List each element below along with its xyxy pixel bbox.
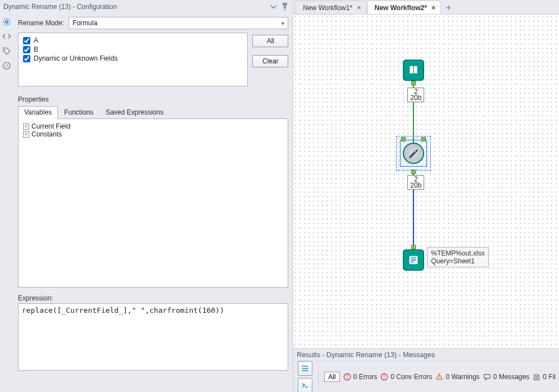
status-label: 0 Conv Errors: [390, 373, 432, 381]
rename-mode-value: Formula: [72, 19, 97, 27]
svg-text:?: ?: [6, 63, 8, 69]
output-tool[interactable]: [403, 249, 424, 271]
rename-mode-label: Rename Mode:: [18, 19, 64, 27]
status-label: 0 Errors: [353, 373, 378, 381]
properties-tabs: Variables Functions Saved Expressions: [18, 106, 288, 119]
expand-icon[interactable]: +: [23, 131, 29, 138]
checkbox-input[interactable]: [23, 46, 30, 53]
status-label: 0 Fil: [543, 373, 556, 381]
expand-icon[interactable]: +: [23, 124, 29, 130]
svg-rect-11: [534, 375, 539, 380]
close-icon[interactable]: ×: [431, 3, 436, 12]
tool-tooltip: %TEMP%out.xlsx Query=Sheet1: [427, 247, 488, 267]
message-icon: [483, 373, 491, 381]
file-icon: [533, 373, 540, 381]
side-icon-strip: ?: [0, 13, 13, 392]
svg-rect-10: [484, 374, 490, 378]
config-panel: Dynamic Rename (13) - Configuration: [0, 0, 293, 392]
help-icon[interactable]: ?: [2, 61, 12, 71]
svg-text:!: !: [346, 373, 348, 380]
filter-messages[interactable]: 0 Messages: [483, 373, 530, 381]
tab-functions[interactable]: Functions: [58, 106, 99, 119]
rename-mode-select[interactable]: Formula ▾: [69, 17, 288, 29]
document-tabs: New Workflow1* × New Workflow2* × +: [293, 0, 559, 15]
workflow-canvas[interactable]: 2 20b 2 20b %TEMP%out.xlsx Q: [293, 15, 559, 348]
svg-point-1: [4, 49, 6, 50]
clear-button[interactable]: Clear: [252, 55, 288, 67]
conv-error-icon: !: [380, 373, 388, 381]
input-anchor-r[interactable]: [421, 137, 426, 142]
all-button[interactable]: All: [252, 35, 288, 47]
pin-icon[interactable]: [280, 2, 289, 11]
counter-bytes: 20b: [410, 183, 421, 189]
field-checkbox[interactable]: Dynamic or Unknown Fields: [23, 54, 243, 62]
workspace-panel: New Workflow1* × New Workflow2* × + 2 20…: [293, 0, 559, 392]
input-tool[interactable]: [403, 60, 424, 81]
results-bar: All ! 0 Errors ! 0 Conv Errors ! 0 Warni…: [293, 361, 559, 392]
svg-point-0: [6, 21, 8, 23]
workflow-tab[interactable]: New Workflow2* ×: [367, 1, 441, 14]
variables-tree[interactable]: + Current Field + Constants: [18, 119, 288, 288]
gear-icon[interactable]: [2, 17, 12, 27]
field-checkbox[interactable]: A: [23, 37, 243, 44]
results-title: Results - Dynamic Rename (13) - Messages: [293, 348, 559, 361]
tooltip-line: Query=Sheet1: [431, 257, 484, 265]
error-icon: !: [343, 373, 351, 381]
svg-text:!: !: [439, 373, 440, 380]
properties-label: Properties: [18, 95, 288, 103]
results-cmd-icon[interactable]: [298, 378, 312, 393]
tab-label: New Workflow2*: [375, 4, 427, 12]
output-anchor[interactable]: [411, 170, 416, 174]
tab-label: New Workflow1*: [303, 4, 352, 12]
panel-title: Dynamic Rename (13) - Configuration: [3, 3, 117, 11]
svg-text:!: !: [384, 373, 385, 380]
expression-input[interactable]: replace([_CurrentField_]," ",charfromint…: [18, 303, 288, 371]
checkbox-input[interactable]: [23, 37, 30, 44]
filter-all[interactable]: All: [324, 372, 339, 382]
tree-item[interactable]: + Current Field: [23, 122, 283, 130]
results-view-icon[interactable]: [298, 361, 312, 376]
tab-saved-expressions[interactable]: Saved Expressions: [99, 106, 170, 119]
tree-item-label: Constants: [31, 130, 62, 138]
svg-point-12: [536, 376, 538, 379]
panel-titlebar: Dynamic Rename (13) - Configuration: [0, 0, 293, 13]
add-tab-button[interactable]: +: [442, 2, 455, 14]
tag-icon[interactable]: [2, 46, 12, 56]
status-label: 0 Messages: [493, 373, 530, 381]
chevron-down-icon: ▾: [281, 20, 284, 26]
tooltip-line: %TEMP%out.xlsx: [431, 249, 484, 257]
field-label: Dynamic or Unknown Fields: [34, 54, 117, 62]
counter-bytes: 20b: [410, 95, 421, 101]
field-checkbox[interactable]: B: [23, 45, 243, 53]
status-label: 0 Warnings: [446, 373, 479, 381]
tab-variables[interactable]: Variables: [18, 106, 58, 119]
field-label: A: [34, 37, 38, 44]
fields-listbox[interactable]: A B Dynamic or Unknown Fields: [18, 33, 248, 86]
input-anchor-l[interactable]: [401, 137, 406, 142]
tree-item-label: Current Field: [31, 122, 70, 130]
record-counter: 2 20b: [407, 175, 424, 190]
workflow-tab[interactable]: New Workflow1* ×: [296, 1, 366, 14]
warning-icon: !: [435, 373, 443, 381]
field-label: B: [34, 45, 38, 53]
input-anchor[interactable]: [411, 245, 416, 249]
expression-label: Expression:: [18, 294, 288, 302]
output-anchor[interactable]: [411, 81, 416, 85]
tree-item[interactable]: + Constants: [23, 130, 283, 138]
filter-warnings[interactable]: ! 0 Warnings: [435, 373, 479, 381]
collapse-icon[interactable]: [269, 2, 278, 11]
close-icon[interactable]: ×: [357, 3, 361, 12]
filter-files[interactable]: 0 Fil: [533, 373, 556, 381]
filter-conv-errors[interactable]: ! 0 Conv Errors: [380, 373, 432, 381]
code-icon[interactable]: [2, 31, 12, 42]
filter-errors[interactable]: ! 0 Errors: [343, 373, 378, 381]
record-counter: 2 20b: [407, 88, 424, 102]
checkbox-input[interactable]: [23, 55, 30, 62]
